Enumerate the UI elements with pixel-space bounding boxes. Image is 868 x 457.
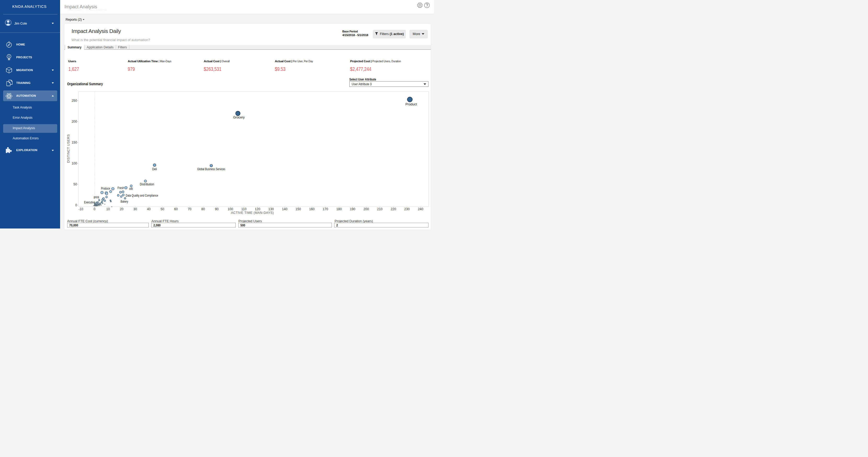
svg-text:100: 100 [71,162,77,165]
svg-text:180: 180 [336,207,342,211]
svg-text:110: 110 [242,207,247,211]
svg-text:200: 200 [71,120,77,123]
svg-text:120: 120 [255,207,260,211]
svg-text:50: 50 [161,207,164,211]
svg-text:10: 10 [106,207,110,211]
svg-text:170: 170 [323,207,328,211]
svg-text:Deli: Deli [152,167,157,171]
svg-text:Product: Product [405,102,417,106]
svg-text:30: 30 [133,207,137,211]
svg-text:150: 150 [71,141,77,144]
svg-text:210: 210 [377,207,382,211]
svg-text:60: 60 [174,207,178,211]
svg-text:Distribution: Distribution [140,182,154,186]
svg-text:DISTINCT USERS: DISTINCT USERS [67,134,70,163]
svg-text:130: 130 [268,207,274,211]
svg-text:230: 230 [404,207,410,211]
svg-text:100: 100 [227,207,233,211]
svg-text:240: 240 [418,207,423,211]
svg-text:20: 20 [120,207,124,211]
svg-text:70: 70 [188,207,191,211]
svg-text:190: 190 [350,207,355,211]
svg-text:140: 140 [282,207,287,211]
svg-text:0: 0 [75,203,77,207]
svg-text:40: 40 [147,207,151,211]
svg-text:250: 250 [71,99,77,103]
svg-text:Bakery: Bakery [121,199,128,203]
svg-text:150: 150 [296,207,301,211]
svg-text:Global Business Services: Global Business Services [197,167,225,171]
svg-text:-10: -10 [79,207,83,211]
svg-text:Data Quality and Compliance: Data Quality and Compliance [126,194,158,197]
svg-text:IPFR: IPFR [94,196,99,199]
svg-text:200: 200 [364,207,369,211]
svg-text:160: 160 [309,207,315,211]
svg-text:Grocery: Grocery [233,115,245,119]
svg-text:Executive: Executive [84,200,95,204]
svg-text:HR: HR [129,187,133,191]
svg-text:ACTIVE TIME (MAN-DAYS): ACTIVE TIME (MAN-DAYS) [231,211,274,215]
svg-text:80: 80 [202,207,205,211]
svg-text:220: 220 [391,207,396,211]
svg-text:Produce: Produce [101,187,110,190]
svg-text:90: 90 [215,207,219,211]
svg-text:50: 50 [73,182,77,186]
svg-text:0: 0 [94,207,95,211]
svg-text:Fresh: Fresh [118,186,124,190]
